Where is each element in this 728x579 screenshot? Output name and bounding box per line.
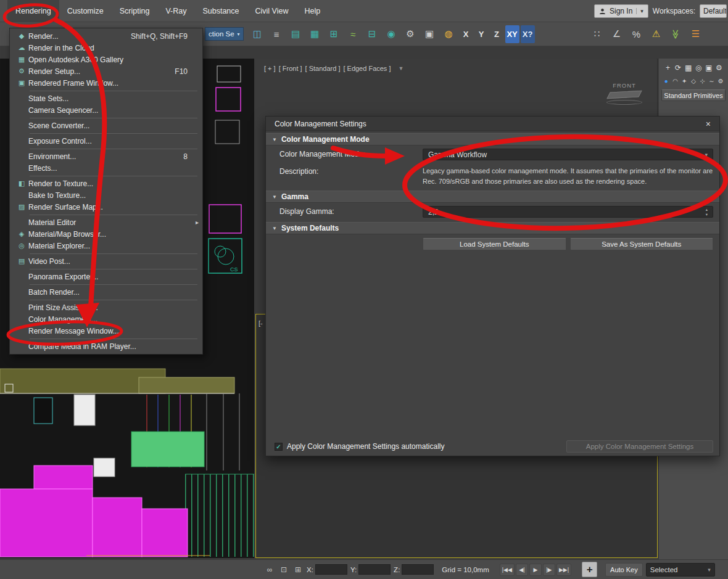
section-color-management-mode[interactable]: ▼ Color Management Mode	[266, 133, 719, 146]
menu-item[interactable]: ▸	[10, 284, 202, 285]
viewport-filter-icon[interactable]: ▼	[398, 65, 403, 72]
viewport-menu-renderer[interactable]: [ Standard ]	[305, 65, 341, 72]
tab-utilities[interactable]: ⚙	[714, 63, 724, 72]
layer-explorer-icon[interactable]: ▦	[306, 25, 324, 43]
menu-item[interactable]: ▸	[10, 148, 202, 149]
menu-item[interactable]: ▤ Video Post... ▸	[10, 255, 202, 267]
toggle-scene-explorer-icon[interactable]: ▤	[287, 25, 305, 43]
menu-item[interactable]: ▸	[10, 90, 202, 91]
axis-xy-button[interactable]: XY	[505, 25, 519, 43]
color-management-mode-dropdown[interactable]: Gamma Workflow ▾	[423, 149, 713, 160]
play-button[interactable]: ▶	[529, 564, 542, 576]
menu-item[interactable]: Scene Converter... ▸	[10, 120, 202, 131]
category-cameras[interactable]: ◇	[689, 76, 698, 85]
viewport-label-cut[interactable]: [-	[259, 319, 263, 327]
menu-item[interactable]: Render Message Window... ▸	[10, 325, 202, 337]
save-as-system-defaults-button[interactable]: Save As System Defaults	[570, 238, 714, 250]
menubar-item[interactable]: Civil View	[247, 0, 297, 22]
axis-xy-flyout-button[interactable]: X?	[521, 25, 535, 43]
menu-item[interactable]: ☁ Render in the Cloud ▸	[10, 42, 202, 54]
section-system-defaults[interactable]: ▼ System Defaults	[266, 222, 719, 234]
menubar-item[interactable]: Scripting	[112, 0, 158, 22]
category-spacewarps[interactable]: ∼	[708, 76, 716, 85]
category-systems[interactable]: ⚙	[716, 76, 725, 85]
grid-snap-icon[interactable]: ⊞	[292, 564, 304, 575]
menu-item[interactable]: ⚙ Render Setup... F10 ▸	[10, 65, 202, 77]
sign-in-button[interactable]: Sign In ▾	[594, 4, 648, 18]
close-icon[interactable]: ×	[703, 119, 713, 129]
x-coordinate-input[interactable]	[315, 564, 347, 575]
menu-item[interactable]: Material Editor ▸	[10, 216, 202, 228]
ribbon-icon[interactable]: ⊞	[325, 25, 343, 43]
menu-item[interactable]: Compare Media in RAM Player... ▸	[10, 340, 202, 352]
menu-item[interactable]: ▸	[10, 133, 202, 134]
tab-modify[interactable]: ⟳	[674, 63, 683, 72]
spinner-arrows-icon[interactable]: ▴ ▾	[706, 207, 708, 216]
curve-editor-icon[interactable]: ≈	[344, 25, 362, 43]
mirror-icon[interactable]: ◫	[249, 25, 267, 43]
link-toggle-icon[interactable]: ∞	[264, 564, 275, 575]
display-gamma-spinner[interactable]: 2,2 ▴ ▾	[423, 206, 713, 218]
axis-y-button[interactable]: Y	[474, 25, 489, 43]
material-editor-icon[interactable]: ◉	[383, 25, 400, 43]
snaps-toggle-icon[interactable]: ∷	[588, 25, 606, 43]
menu-item[interactable]: Effects... ▸	[10, 162, 202, 174]
category-lights[interactable]: ✦	[680, 76, 689, 85]
viewport-menu-view[interactable]: [ Front ]	[279, 65, 302, 72]
load-system-defaults-button[interactable]: Load System Defaults	[423, 238, 566, 250]
z-coordinate-input[interactable]	[402, 564, 434, 575]
menu-item[interactable]: ▸	[10, 268, 202, 269]
tab-create[interactable]: +	[663, 63, 672, 72]
menu-item[interactable]: Camera Sequencer... ▸	[10, 104, 202, 116]
object-type-dropdown[interactable]: Standard Primitives	[661, 89, 726, 101]
menu-item[interactable]: State Sets... ▸	[10, 92, 202, 104]
viewport-menu-plus[interactable]: [ + ]	[264, 65, 276, 72]
render-production-icon[interactable]: ◍	[440, 25, 458, 43]
key-filter-dropdown[interactable]: Selected ▾	[646, 563, 715, 577]
menu-item[interactable]: Color Management... ▸	[10, 313, 202, 325]
menu-item[interactable]: ◧ Render to Texture... ▸	[10, 178, 202, 189]
section-gamma[interactable]: ▼ Gamma	[266, 191, 719, 203]
go-start-button[interactable]: |◀◀	[500, 564, 515, 576]
go-end-button[interactable]: ▶▶|	[556, 564, 571, 576]
chevron-down-icon[interactable]: ▾	[636, 8, 643, 14]
axis-x-button[interactable]: X	[459, 25, 473, 43]
main-menu-icon[interactable]: ☰	[687, 25, 705, 43]
tab-display[interactable]: ▣	[704, 63, 713, 72]
menubar-item[interactable]: Customize	[59, 0, 112, 22]
menu-item[interactable]: ◆ Render... Shift+Q, Shift+F9 ▸	[10, 30, 202, 42]
add-button[interactable]: +	[582, 562, 597, 577]
menu-item[interactable]: ▸	[10, 253, 202, 254]
menubar-item[interactable]: V-Ray	[157, 0, 194, 22]
tab-hierarchy[interactable]: ▦	[684, 63, 693, 72]
next-frame-button[interactable]: |▶	[543, 564, 555, 576]
menu-item[interactable]: Panorama Exporter... ▸	[10, 271, 202, 282]
menu-item[interactable]: Batch Render... ▸	[10, 286, 202, 298]
menu-item[interactable]: ▸	[10, 175, 202, 176]
menu-item[interactable]: ▸	[10, 299, 202, 300]
selection-lock-icon[interactable]: ⊡	[278, 564, 289, 575]
category-geometry[interactable]: ●	[662, 76, 671, 85]
warning-icon[interactable]: ⚠	[647, 25, 665, 43]
menu-item[interactable]: ◈ Material/Map Browser... ▸	[10, 228, 202, 240]
category-helpers[interactable]: ⊹	[698, 76, 707, 85]
menu-item[interactable]: Environment... 8 ▸	[10, 150, 202, 162]
auto-apply-checkbox[interactable]: ✓	[275, 443, 283, 451]
menu-item[interactable]: ▸	[10, 117, 202, 118]
menubar-item[interactable]: Help	[296, 0, 328, 22]
menu-item[interactable]: ▸	[10, 338, 202, 339]
schematic-view-icon[interactable]: ⊟	[363, 25, 381, 43]
align-icon[interactable]: ≡	[268, 25, 286, 43]
import-state-icon[interactable]: ≫	[667, 25, 685, 43]
menu-item[interactable]: ▣ Rendered Frame Window... ▸	[10, 77, 202, 89]
menu-item[interactable]: Bake to Texture... ▸	[10, 189, 202, 201]
menubar-item[interactable]: Rendering	[7, 0, 59, 22]
prev-frame-button[interactable]: ◀|	[516, 564, 528, 576]
apply-color-management-button[interactable]: Apply Color Management Settings	[566, 440, 713, 453]
auto-key-button[interactable]: Auto Key	[605, 563, 643, 577]
menu-item[interactable]: ▦ Open Autodesk A360 Gallery ▸	[10, 54, 202, 65]
angle-snap-icon[interactable]: ∠	[608, 25, 626, 43]
menu-item[interactable]: ▸	[10, 214, 202, 215]
workspaces-dropdown[interactable]: Default	[700, 4, 727, 18]
menu-item[interactable]: Print Size Assistant... ▸	[10, 302, 202, 313]
